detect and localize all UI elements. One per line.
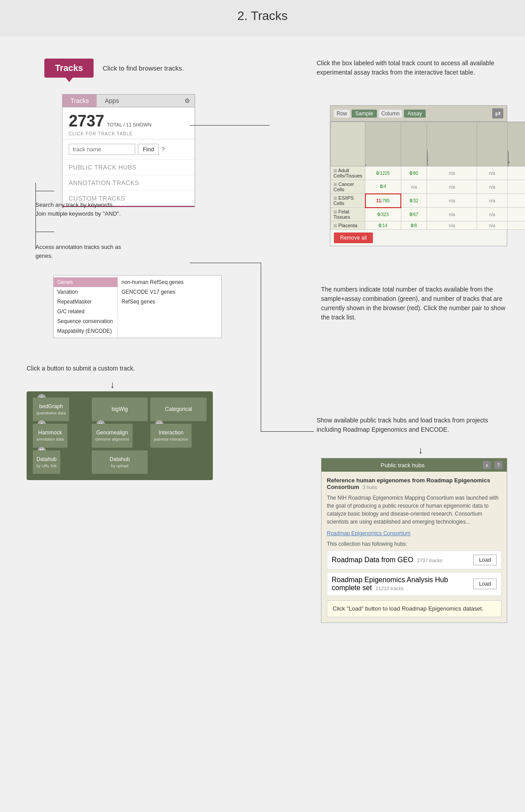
track-btn-interaction-wrapper: 12 Interactionpairwise interaction (150, 424, 207, 447)
facet-row-adult: ⊞ Adult Cells/Tissues 0/1225 0/80 n/a n/… (331, 166, 525, 180)
facet-desc: Click the box labeled with total track c… (317, 59, 507, 77)
hub-close-btn[interactable]: x (483, 461, 491, 469)
track-btn-bedgraph[interactable]: bedGraphquantitative data (33, 398, 69, 421)
facet-cell-cancer-label: ⊞ Cancer Cells (331, 180, 365, 194)
line-anno (35, 232, 54, 232)
remove-all-button[interactable]: Remove all (334, 233, 373, 243)
facet-row-label: Row (334, 110, 350, 118)
line-count-to-facet (190, 125, 270, 126)
facet-cell-adult-epi[interactable]: 0/1225 (365, 166, 401, 180)
hub-entry-analysis: Roadmap Epigenomics Analysis Hub complet… (327, 572, 501, 596)
facet-cell-placenta-expr[interactable]: 0/8 (401, 221, 427, 230)
facet-cell-cancer-lr: n/a (427, 180, 477, 194)
hub-entry-geo-count: 2737 tracks (417, 558, 443, 563)
search-input[interactable] (69, 144, 135, 155)
facet-cell-esips-expr[interactable]: 0/32 (401, 194, 427, 208)
anno-item-mappability[interactable]: Mappability (ENCODE) (54, 326, 118, 336)
track-btn-datahub-url[interactable]: Datahubby URL link (33, 450, 60, 474)
hub-link[interactable]: Roadmap Epigenomics Consortium (327, 530, 501, 536)
line-hubs-to-hub-panel (190, 263, 261, 263)
nav-item-public-hubs[interactable]: PUBLIC TRACK HUBS (63, 160, 195, 175)
facet-cell-adult-label: ⊞ Adult Cells/Tissues (331, 166, 365, 180)
help-icon[interactable]: ? (161, 146, 165, 153)
hub-window: Public track hubs x ? Reference human ep… (321, 458, 507, 623)
facet-cell-adult-lr: n/a (427, 166, 477, 180)
facet-cell-cancer-expr: n/a (401, 180, 427, 194)
arrow-down-hub: ↓ (418, 445, 423, 456)
hub-entry-analysis-load-btn[interactable]: Load (473, 579, 497, 589)
widget-panel: Tracks Apps ⚙ 2737 TOTAL / 11 SHOWN CLIC… (62, 94, 195, 207)
facet-th-other: Other Assays (477, 122, 507, 166)
track-btn-datahub-url-wrapper: 15 Datahubby URL link (33, 450, 89, 474)
anno-item-repeatmasker[interactable]: RepeatMasker (54, 297, 118, 307)
hub-entry-analysis-text: Roadmap Epigenomics Analysis Hub complet… (332, 576, 473, 592)
track-count-label: TOTAL / 11 SHOWN (107, 122, 152, 127)
track-btn-genomealign[interactable]: GenomealignGenome alignment (92, 424, 133, 447)
hub-desc-text: Show available public track hubs and loa… (317, 416, 507, 434)
hub-title: Public track hubs (326, 462, 479, 469)
line-v-search (35, 183, 36, 205)
hub-entry-geo: Roadmap Data from GEO 2737 tracks Load (327, 551, 501, 569)
facet-cell-placenta-lr: n/a (427, 221, 477, 230)
facet-row-esips: ⊞ ES/iPS Cells 11/785 0/32 n/a n/a n/a (331, 194, 525, 208)
anno-item-conservation[interactable]: Sequence conservation (54, 316, 118, 326)
anno-item-variation[interactable]: Variation (54, 287, 118, 297)
facet-cell-placenta-tr: n/a (507, 221, 525, 230)
facet-cell-placenta-epi[interactable]: 0/14 (365, 221, 401, 230)
hub-entry-geo-name: Roadmap Data from GEO (332, 556, 413, 564)
facet-cell-adult-expr[interactable]: 0/80 (401, 166, 427, 180)
track-count-sub: CLICK FOR TRACK TABLE (69, 131, 188, 136)
gear-icon[interactable]: ⚙ (180, 95, 195, 107)
hub-section-title: Reference human epigenomes from Roadmap … (327, 477, 501, 490)
facet-col-label: Column (379, 110, 402, 118)
anno-sub-gencode[interactable]: GENCODE V17 genes (118, 287, 221, 297)
find-button[interactable]: Find (138, 144, 159, 155)
facet-cell-esips-epi[interactable]: 11/785 (365, 194, 401, 208)
facet-assay-btn[interactable]: Assay (404, 110, 426, 118)
facet-cell-cancer-other: n/a (477, 180, 507, 194)
track-btn-bigwig[interactable]: bigWig (92, 398, 148, 421)
facet-cell-fetal-tr: n/a (507, 208, 525, 221)
anno-right-list: non-human RefSeq genes GENCODE V17 genes… (118, 276, 221, 338)
hub-section-count: 3 hubs (363, 485, 377, 490)
track-btn-hammock[interactable]: Hammockannotation data (33, 424, 67, 447)
facet-cell-esips-other: n/a (477, 194, 507, 208)
search-row: Find ? (63, 139, 195, 160)
anno-sub-nonhuman[interactable]: non-human RefSeq genes (118, 277, 221, 287)
facet-cell-fetal-other: n/a (477, 208, 507, 221)
facet-table: Epigenetic Mark Expression Long Range In… (330, 122, 525, 230)
track-count-box[interactable]: 2737 TOTAL / 11 SHOWN CLICK FOR TRACK TA… (63, 107, 195, 139)
hub-entry-geo-load-btn[interactable]: Load (473, 555, 497, 565)
facet-table-container: Row Sample Column Assay ⇄ Epigenetic Mar… (330, 105, 507, 246)
facet-cell-adult-other: n/a (477, 166, 507, 180)
hub-help-btn[interactable]: ? (494, 461, 502, 469)
anno-item-genes[interactable]: Genes (54, 277, 118, 287)
track-btn-interaction[interactable]: Interactionpairwise interaction (150, 424, 192, 447)
anno-item-gc[interactable]: G/C related (54, 307, 118, 316)
facet-cell-fetal-label: ⊞ Fetal Tissues (331, 208, 365, 221)
facet-row-fetal: ⊞ Fetal Tissues 0/323 0/67 n/a n/a n/a (331, 208, 525, 221)
track-btn-hammock-wrapper: 6 Hammockannotation data (33, 424, 89, 447)
facet-cell-fetal-expr[interactable]: 0/67 (401, 208, 427, 221)
facet-swap-btn[interactable]: ⇄ (492, 108, 503, 118)
custom-tracks-grid: 8 bedGraphquantitative data bigWig Categ… (33, 398, 207, 474)
facet-cell-esips-tr: n/a (507, 194, 525, 208)
anno-sub-refseq[interactable]: RefSeq genes (118, 297, 221, 307)
facet-sample-btn[interactable]: Sample (352, 110, 377, 118)
hub-entry-analysis-count: 11210 tracks (376, 586, 404, 591)
facet-cell-fetal-epi[interactable]: 0/323 (365, 208, 401, 221)
hub-load-callout: Click "Load" button to load Roadmap Epig… (327, 600, 501, 617)
facet-cell-placenta-other: n/a (477, 221, 507, 230)
nav-item-annotation[interactable]: ANNOTATION TRACKS (63, 175, 195, 191)
tracks-button[interactable]: Tracks (44, 59, 94, 78)
hub-content: Reference human epigenomes from Roadmap … (321, 472, 507, 623)
line-search (35, 191, 54, 191)
facet-numbers-desc: The numbers indicate total number of tra… (321, 285, 507, 322)
tab-apps[interactable]: Apps (97, 95, 127, 107)
page-title: 2. Tracks (0, 0, 525, 36)
track-btn-datahub-upload[interactable]: Datahubby upload (92, 450, 148, 474)
hub-titlebar: Public track hubs x ? (321, 458, 507, 472)
track-btn-categorical[interactable]: Categorical (150, 398, 207, 421)
facet-cell-cancer-epi[interactable]: 0/4 (365, 180, 401, 194)
tab-tracks[interactable]: Tracks (63, 95, 97, 107)
